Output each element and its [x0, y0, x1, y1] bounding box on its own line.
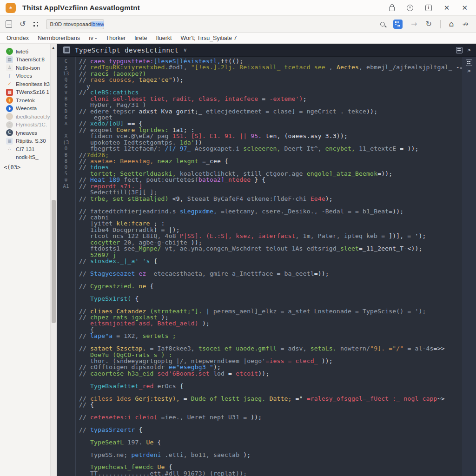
split-view-icon[interactable] [456, 47, 463, 53]
code-text: // typasSrzertr { [75, 427, 142, 433]
code-text: // raecs (aooxpe?) [75, 71, 146, 77]
title-bar: ∗ Thitst ApplVczfiinn Aesvatlogmtnt i ✕ … [0, 0, 476, 16]
home-icon[interactable]: ⌂ [449, 20, 454, 28]
reload-icon[interactable]: ↻ [425, 20, 431, 28]
code-text: // { [75, 402, 94, 408]
line-number [57, 127, 75, 133]
address-input[interactable]: B:0D ntovopoaadlbrewn [46, 19, 104, 29]
line-number [57, 439, 75, 445]
frame-icon[interactable]: i [425, 5, 432, 11]
code-text: y [75, 83, 90, 89]
toolbar: ↺ B:0D ntovopoaadlbrewn → ↻ ⌂ ↛ [0, 16, 476, 33]
clock-icon[interactable] [407, 5, 413, 11]
code-text: // raes cuoscs, tagez'ce")); [75, 77, 184, 83]
grid-dots-icon[interactable] [33, 21, 39, 27]
sidebar-item[interactable]: ✓Eireonitess It3 [0, 80, 50, 88]
code-text: // redTguRK:viyrestxbed.#od1, "[!es.].2l… [75, 64, 462, 70]
close-window-icon[interactable]: ✕ [462, 4, 468, 12]
line-number [57, 289, 75, 295]
code-text [75, 277, 79, 283]
code-line: // Stagyeseazet ez etecaesthaeta, gmire … [57, 271, 462, 277]
sidebar-item[interactable]: nodk-ltS_ [0, 153, 50, 162]
page-icon[interactable] [6, 20, 12, 28]
translate-icon[interactable] [393, 20, 403, 29]
sidebar-item[interactable]: ibedkshaeot:ly [0, 112, 50, 121]
code-text: ftdosts1 see_Mgnpe/ vt, ae.yna,congcn_Ws… [75, 245, 423, 251]
sidebar-item[interactable]: ∴CI7 131 [0, 145, 50, 153]
scrollbar-thumb[interactable] [52, 200, 56, 323]
code-file-icon [63, 46, 70, 53]
code-line: Doe?u (QgCO-rats s ) : [57, 352, 462, 358]
arrow-right-icon[interactable]: → [411, 20, 417, 28]
editor-tab-bar: TypeScrílpt devesLctinnct ∨ > [57, 44, 476, 57]
menu-item[interactable]: Thorker [106, 35, 126, 41]
export-arrow-icon[interactable]: ↛ [463, 20, 469, 28]
search-icon[interactable] [380, 22, 385, 26]
menu-item[interactable]: fluerkt [156, 35, 172, 41]
sidebar-item[interactable]: ♙Nutlo-ison [0, 64, 50, 72]
editor-tab-title[interactable]: TypeScrílpt devesLctinnct [75, 46, 178, 54]
history-icon[interactable]: ↺ [20, 20, 26, 28]
sidebar-item[interactable]: ◖Tzoetok [0, 96, 50, 105]
scroll-up-icon[interactable]: ▲ [52, 46, 54, 50]
sidebar: ◦lwteб▤ThaemSct:8♙Nutlo-isonʃVloees✓Eire… [0, 44, 50, 476]
line-number [57, 302, 75, 308]
code-area[interactable]: C// caes typgusttete:[leseS|lésistestl,t… [57, 57, 462, 476]
code-line: Sedectfill(3E][ ]; [57, 189, 462, 195]
line-number [57, 277, 75, 283]
firefox-icon: ◖ [6, 97, 13, 104]
code-text: upokoteo Iedtsetgomtps. 1da')) [75, 139, 202, 145]
line-number [57, 264, 75, 270]
sidebar-item[interactable]: ▤ThaemSct:8 [0, 56, 50, 64]
code-line: rtcot ncs 122 L8IQ, 4o8 P|SS]. (E.:S|, k… [57, 233, 462, 239]
code-text: |yitet kle:fcare ; : [75, 220, 165, 226]
code-line: B//7dd26; [57, 152, 462, 158]
sidebar-item[interactable]: CIyneaves [0, 129, 50, 137]
sidebar-item-label: Weeosta [16, 106, 37, 111]
sidebar-item[interactable]: ◗Weeosta [0, 105, 50, 113]
sidebar-item[interactable]: ▦Rtipitis. S.30 [0, 137, 50, 145]
layout-panel-icon[interactable] [466, 60, 472, 66]
sidebar-scrollbar[interactable]: ▲ [50, 44, 57, 476]
code-line: // Cygrestzied. ne { [57, 283, 462, 289]
paperclip-icon: ʃ [6, 73, 13, 79]
line-number [57, 271, 75, 277]
line-number [57, 370, 75, 377]
sidebar-item[interactable]: ◦lwteб [0, 47, 50, 56]
code-text: // cOfftoigen dipsxotdr ee"esegbg3 "); [75, 364, 221, 370]
line-number [57, 327, 75, 333]
line-number [57, 364, 75, 370]
code-line: 1ibe4 Docgprradtk) = |); [57, 227, 462, 233]
line-number [57, 464, 75, 470]
chevron-down-icon[interactable]: ∨ [183, 47, 187, 53]
code-text [75, 264, 79, 270]
code-line [57, 377, 462, 383]
line-number: ʒ [57, 64, 75, 70]
code-line: 52697 j [57, 252, 462, 258]
code-line: eitsmijoited asd, Bated_aeld) ); [57, 320, 462, 326]
code-text: // Stagyeseazet ez etecaesthaeta, gmire … [75, 271, 329, 277]
sidebar-item[interactable]: ◌Flymosts/1C. [0, 121, 50, 129]
line-number: A1 [57, 183, 75, 189]
menu-item[interactable]: Nerrnborertbans [38, 35, 80, 41]
menu-item[interactable]: lirete [134, 35, 147, 41]
sidebar-item[interactable]: ▦TWenxSz16 1 0 [0, 88, 50, 97]
chevron-right-icon[interactable]: > [467, 47, 471, 53]
menu-item[interactable]: Wor't; Tirsu_Syitiate 7 [181, 35, 237, 41]
globe-icon: ◗ [6, 105, 13, 112]
code-line: Q// tdoes [57, 164, 462, 170]
close-icon[interactable]: ✕ [444, 4, 450, 12]
line-number: D [57, 108, 75, 114]
sidebar-item[interactable]: ʃVloees [0, 72, 50, 80]
menu-item[interactable]: ıv - [89, 35, 97, 41]
menu-item[interactable]: Orondex [7, 35, 29, 41]
lock-icon[interactable] [389, 7, 395, 11]
code-line [57, 389, 462, 395]
line-number [57, 402, 75, 408]
sidebar-item-label: Eireonitess It3 [16, 81, 50, 87]
line-number [57, 458, 75, 464]
line-number [57, 433, 75, 439]
small-dots-icon: ∴ [6, 145, 13, 152]
chevron-right-icon[interactable]: > [467, 68, 471, 74]
code-text: // tdoes [75, 164, 109, 170]
